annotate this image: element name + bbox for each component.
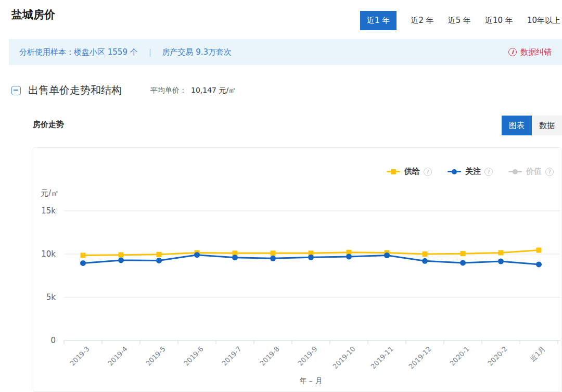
page-title: 盐城房价	[11, 7, 55, 22]
svg-text:近1月: 近1月	[529, 345, 547, 363]
legend-value-label: 价值	[526, 167, 542, 176]
section-title: 出售单价走势和结构	[28, 83, 122, 97]
page: 盐城房价 近1 年 近2 年 近5 年 近10 年 10年以上 分析使用样本： …	[0, 0, 562, 392]
svg-text:2019-12: 2019-12	[407, 345, 433, 371]
svg-text:2019-9: 2019-9	[296, 345, 318, 368]
svg-text:0: 0	[50, 336, 56, 345]
toggle-chart-button[interactable]: 图表	[502, 116, 532, 135]
svg-text:5k: 5k	[46, 293, 56, 302]
sample-label: 分析使用样本：	[19, 47, 74, 57]
info-circle-icon	[508, 48, 517, 56]
legend-attention-label: 关注	[465, 167, 481, 176]
attention-line-marker-icon	[448, 169, 461, 174]
tab-2-years[interactable]: 近2 年	[411, 16, 433, 26]
svg-text:元/㎡: 元/㎡	[41, 188, 59, 198]
tab-5-years[interactable]: 近5 年	[448, 16, 471, 26]
toggle-data-button[interactable]: 数据	[532, 116, 562, 135]
svg-text:2019-4: 2019-4	[106, 345, 129, 368]
chart-card-header: 房价走势 图表 数据	[33, 116, 562, 135]
svg-text:15k: 15k	[41, 206, 56, 216]
time-range-tabs: 近1 年 近2 年 近5 年 近10 年 10年以上	[360, 11, 562, 30]
chart-legend: 供给 关注 价值	[387, 167, 554, 176]
price-trend-chart: 15k10k5k0元/㎡2019-32019-42019-52019-62019…	[33, 148, 561, 391]
average-price: 平均单价：10,147 元/㎡	[150, 86, 236, 95]
average-price-label: 平均单价：	[150, 86, 187, 94]
svg-text:2020-1: 2020-1	[448, 345, 470, 368]
svg-text:10k: 10k	[41, 249, 56, 259]
sample-count-communities: 楼盘小区 1559 个	[74, 47, 138, 57]
sample-count-transactions: 房产交易 9.3万套次	[162, 47, 232, 57]
svg-text:2019-3: 2019-3	[68, 345, 91, 368]
average-price-value: 10,147 元/㎡	[191, 86, 236, 94]
section-header: 出售单价走势和结构 平均单价：10,147 元/㎡	[11, 83, 236, 97]
svg-text:年 – 月: 年 – 月	[300, 376, 323, 385]
chart-subtitle: 房价走势	[33, 120, 64, 130]
tab-over-10-years[interactable]: 10年以上	[527, 16, 560, 26]
chart-view-toggle: 图表 数据	[502, 116, 562, 135]
legend-attention[interactable]: 关注	[448, 167, 493, 176]
value-line-marker-icon	[508, 169, 522, 174]
legend-supply-label: 供给	[404, 167, 420, 176]
collapse-minus-icon[interactable]	[11, 86, 21, 95]
svg-text:2019-6: 2019-6	[182, 345, 205, 368]
svg-text:2019-5: 2019-5	[144, 345, 167, 368]
help-question-icon[interactable]	[545, 168, 554, 176]
sample-info-bar: 分析使用样本： 楼盘小区 1559 个 ｜ 房产交易 9.3万套次 数据纠错	[9, 39, 562, 65]
tab-1-year[interactable]: 近1 年	[360, 11, 397, 30]
legend-value[interactable]: 价值	[508, 167, 554, 176]
supply-line-marker-icon	[387, 169, 400, 174]
data-correction-link[interactable]: 数据纠错	[508, 47, 552, 57]
help-question-icon[interactable]	[484, 168, 493, 176]
data-correction-label: 数据纠错	[520, 47, 552, 57]
legend-supply[interactable]: 供给	[387, 167, 432, 176]
svg-text:2019-10: 2019-10	[331, 345, 357, 371]
svg-text:2019-7: 2019-7	[220, 345, 242, 368]
svg-text:2019-11: 2019-11	[369, 345, 395, 371]
svg-text:2020-2: 2020-2	[486, 345, 508, 368]
tab-10-years[interactable]: 近10 年	[485, 16, 513, 26]
price-trend-panel: 15k10k5k0元/㎡2019-32019-42019-52019-62019…	[33, 147, 561, 392]
help-question-icon[interactable]	[424, 168, 432, 176]
divider: ｜	[146, 47, 154, 57]
svg-text:2019-8: 2019-8	[258, 345, 280, 368]
